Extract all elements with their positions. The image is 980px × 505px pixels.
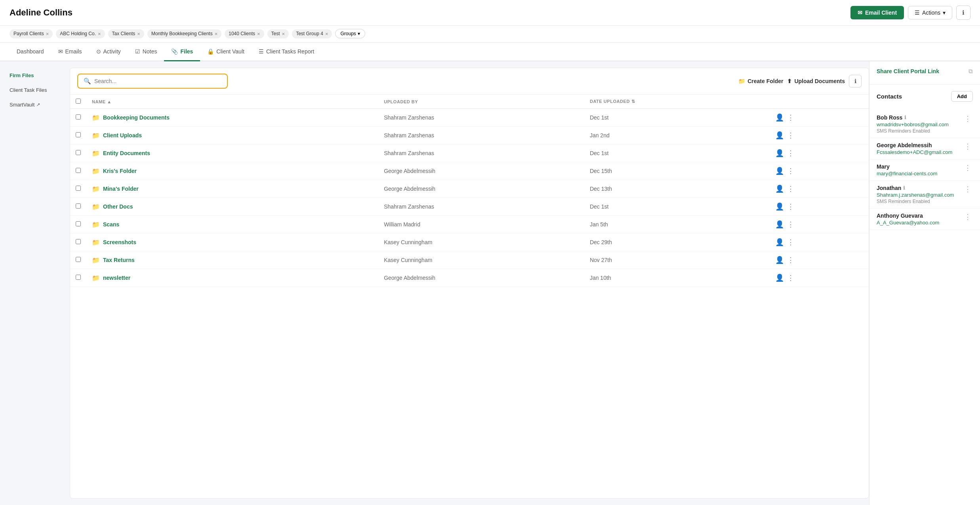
files-icon: 📎 bbox=[171, 48, 178, 55]
tab-client-vault[interactable]: 🔒 Client Vault bbox=[200, 43, 252, 61]
person-icon[interactable]: 👤 bbox=[775, 256, 784, 264]
row-uploaded-by-cell: Shahram Zarshenas bbox=[378, 144, 584, 162]
search-box[interactable]: 🔍 bbox=[77, 74, 228, 89]
contact-more-button[interactable]: ⋮ bbox=[963, 142, 973, 151]
folder-name[interactable]: Scans bbox=[103, 221, 119, 228]
right-panel: Share Client Portal Link ⧉ Contacts Add … bbox=[869, 61, 980, 505]
tag-test[interactable]: Test × bbox=[267, 29, 289, 38]
more-options-icon[interactable]: ⋮ bbox=[787, 220, 794, 229]
person-icon[interactable]: 👤 bbox=[775, 238, 784, 247]
more-options-icon[interactable]: ⋮ bbox=[787, 273, 794, 282]
row-checkbox[interactable] bbox=[76, 275, 81, 280]
tag-1040-clients[interactable]: 1040 Clients × bbox=[225, 29, 264, 38]
actions-col-header bbox=[770, 95, 869, 109]
more-options-icon[interactable]: ⋮ bbox=[787, 184, 794, 193]
groups-button[interactable]: Groups ▾ bbox=[335, 29, 365, 38]
row-uploaded-by-cell: Shahram Zarshenas bbox=[378, 198, 584, 216]
folder-name[interactable]: Tax Returns bbox=[103, 257, 135, 263]
tab-dashboard[interactable]: Dashboard bbox=[10, 43, 51, 61]
close-icon[interactable]: × bbox=[137, 31, 140, 37]
more-options-icon[interactable]: ⋮ bbox=[787, 149, 794, 158]
contact-header: Bob Ross ℹ wmadridsv+bobros@gmail.com SM… bbox=[877, 114, 973, 134]
tag-abc-holding[interactable]: ABC Holding Co. × bbox=[56, 29, 105, 38]
contact-name: Anthony Guevara bbox=[877, 213, 939, 219]
tab-notes[interactable]: ☑ Notes bbox=[128, 43, 164, 61]
tab-emails[interactable]: ✉ Emails bbox=[51, 43, 89, 61]
close-icon[interactable]: × bbox=[98, 31, 101, 37]
close-icon[interactable]: × bbox=[282, 31, 285, 37]
folder-name[interactable]: Client Uploads bbox=[103, 132, 142, 139]
info-button[interactable]: ℹ bbox=[956, 6, 970, 20]
more-options-icon[interactable]: ⋮ bbox=[787, 167, 794, 175]
more-options-icon[interactable]: ⋮ bbox=[787, 131, 794, 140]
person-icon[interactable]: 👤 bbox=[775, 202, 784, 211]
email-client-button[interactable]: ✉ Email Client bbox=[850, 6, 904, 19]
row-checkbox[interactable] bbox=[76, 150, 81, 155]
folder-name[interactable]: Mina's Folder bbox=[103, 186, 139, 192]
more-options-icon[interactable]: ⋮ bbox=[787, 238, 794, 247]
more-options-icon[interactable]: ⋮ bbox=[787, 202, 794, 211]
search-input[interactable] bbox=[94, 78, 221, 84]
actions-button[interactable]: ☰ Actions ▾ bbox=[908, 6, 952, 19]
close-icon[interactable]: × bbox=[215, 31, 218, 37]
person-icon[interactable]: 👤 bbox=[775, 273, 784, 282]
tag-test-group-4[interactable]: Test Group 4 × bbox=[292, 29, 332, 38]
tab-client-tasks-report[interactable]: ☰ Client Tasks Report bbox=[252, 43, 321, 61]
folder-icon: 📁 bbox=[92, 274, 100, 282]
row-checkbox[interactable] bbox=[76, 239, 81, 244]
person-icon[interactable]: 👤 bbox=[775, 184, 784, 193]
contact-more-button[interactable]: ⋮ bbox=[963, 185, 973, 194]
contact-email[interactable]: mary@financial-cents.com bbox=[877, 171, 937, 177]
tag-payroll-clients[interactable]: Payroll Clients × bbox=[10, 29, 53, 38]
person-icon[interactable]: 👤 bbox=[775, 149, 784, 158]
row-checkbox[interactable] bbox=[76, 203, 81, 209]
close-icon[interactable]: × bbox=[257, 31, 260, 37]
row-checkbox[interactable] bbox=[76, 168, 81, 173]
folder-name[interactable]: Kris's Folder bbox=[103, 168, 137, 174]
close-icon[interactable]: × bbox=[325, 31, 328, 37]
row-checkbox[interactable] bbox=[76, 132, 81, 137]
sidebar-item-smartvault[interactable]: SmartVault ↗ bbox=[6, 99, 58, 111]
select-all-checkbox[interactable] bbox=[76, 99, 81, 104]
contacts-list: Bob Ross ℹ wmadridsv+bobros@gmail.com SM… bbox=[869, 110, 980, 230]
close-icon[interactable]: × bbox=[46, 31, 49, 37]
folder-name[interactable]: Other Docs bbox=[103, 203, 133, 210]
contact-email[interactable]: wmadridsv+bobros@gmail.com bbox=[877, 122, 949, 127]
folder-name[interactable]: newsletter bbox=[103, 275, 130, 281]
contact-email[interactable]: A_A_Guevara@yahoo.com bbox=[877, 220, 939, 226]
add-contact-button[interactable]: Add bbox=[951, 91, 973, 102]
create-folder-button[interactable]: 📁 Create Folder bbox=[738, 78, 783, 84]
more-options-icon[interactable]: ⋮ bbox=[787, 256, 794, 264]
row-checkbox[interactable] bbox=[76, 186, 81, 191]
person-icon[interactable]: 👤 bbox=[775, 167, 784, 175]
contact-email[interactable]: Shahram.j.zarshenas@gmail.com bbox=[877, 192, 954, 198]
contact-more-button[interactable]: ⋮ bbox=[963, 114, 973, 123]
row-checkbox[interactable] bbox=[76, 257, 81, 262]
row-checkbox[interactable] bbox=[76, 221, 81, 226]
sidebar-item-firm-files[interactable]: Firm Files bbox=[6, 69, 58, 82]
folder-name[interactable]: Bookkeeping Documents bbox=[103, 114, 170, 121]
more-options-icon[interactable]: ⋮ bbox=[787, 113, 794, 122]
upload-documents-button[interactable]: ⬆ Upload Documents bbox=[787, 78, 845, 84]
tag-monthly-bookkeeping[interactable]: Monthly Bookkeeping Clients × bbox=[147, 29, 221, 38]
tab-files[interactable]: 📎 Files bbox=[164, 43, 200, 61]
copy-icon[interactable]: ⧉ bbox=[969, 68, 973, 75]
row-checkbox[interactable] bbox=[76, 114, 81, 120]
contact-more-button[interactable]: ⋮ bbox=[963, 163, 973, 172]
person-icon[interactable]: 👤 bbox=[775, 220, 784, 229]
person-icon[interactable]: 👤 bbox=[775, 113, 784, 122]
tab-activity[interactable]: ⊙ Activity bbox=[89, 43, 128, 61]
sidebar-item-client-task-files[interactable]: Client Task Files bbox=[6, 84, 58, 96]
person-icon[interactable]: 👤 bbox=[775, 131, 784, 140]
sort-date-icon[interactable]: ⇅ bbox=[631, 99, 635, 104]
files-info-button[interactable]: ℹ bbox=[849, 75, 862, 87]
tag-tax-clients[interactable]: Tax Clients × bbox=[108, 29, 144, 38]
folder-name[interactable]: Entity Documents bbox=[103, 150, 150, 156]
sort-icon[interactable]: ▲ bbox=[107, 99, 111, 104]
folder-name[interactable]: Screenshots bbox=[103, 239, 136, 245]
row-uploaded-by-cell: George Abdelmessih bbox=[378, 162, 584, 180]
notes-icon: ☑ bbox=[135, 48, 140, 55]
contact-email[interactable]: Fcssalesdemo+ADC@gmail.com bbox=[877, 149, 952, 155]
contact-more-button[interactable]: ⋮ bbox=[963, 213, 973, 221]
share-portal-link[interactable]: Share Client Portal Link bbox=[877, 68, 939, 74]
